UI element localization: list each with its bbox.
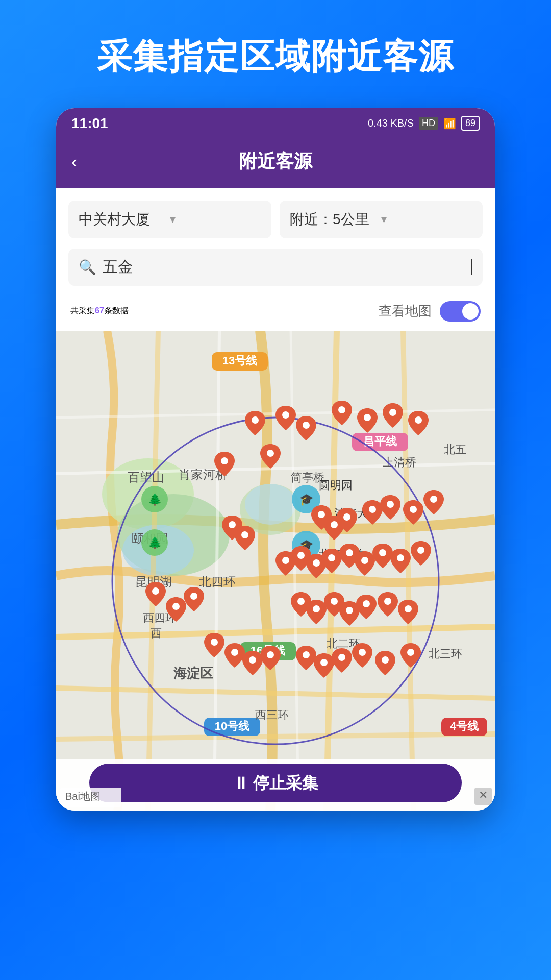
svg-point-147 bbox=[359, 649, 366, 656]
svg-point-61 bbox=[282, 411, 289, 419]
svg-point-99 bbox=[313, 559, 320, 567]
map-toggle-label: 查看地图 bbox=[379, 302, 432, 320]
svg-point-5 bbox=[245, 484, 296, 525]
svg-point-81 bbox=[318, 511, 325, 518]
stats-suffix: 条数据 bbox=[104, 306, 129, 315]
location-select[interactable]: 中关村大厦 ▾ bbox=[68, 201, 271, 238]
svg-point-143 bbox=[320, 659, 328, 666]
svg-text:北三环: 北三环 bbox=[429, 647, 462, 660]
svg-point-129 bbox=[384, 598, 391, 605]
svg-point-149 bbox=[382, 656, 389, 664]
svg-point-79 bbox=[241, 531, 248, 538]
filter-row: 中关村大厦 ▾ 附近：5公里 ▾ bbox=[68, 201, 483, 238]
svg-text:海淀区: 海淀区 bbox=[173, 666, 213, 681]
status-bar: 11:01 0.43 KB/S HD 📶 89 bbox=[56, 108, 495, 139]
text-cursor bbox=[471, 259, 472, 275]
svg-text:圆明园: 圆明园 bbox=[319, 479, 353, 492]
chevron-down-icon-2: ▾ bbox=[381, 213, 472, 226]
svg-point-117 bbox=[190, 593, 197, 600]
battery-indicator: 89 bbox=[461, 116, 480, 131]
svg-point-109 bbox=[397, 554, 404, 561]
svg-text:Bai地图: Bai地图 bbox=[65, 791, 101, 802]
toggle-knob bbox=[462, 303, 479, 320]
status-icons: 0.43 KB/S HD 📶 89 bbox=[368, 116, 480, 131]
network-icon: 📶 bbox=[443, 117, 456, 130]
chevron-down-icon: ▾ bbox=[170, 213, 261, 226]
search-icon: 🔍 bbox=[79, 259, 96, 276]
svg-point-91 bbox=[410, 506, 417, 513]
svg-text:北四环: 北四环 bbox=[199, 575, 236, 589]
svg-point-103 bbox=[346, 549, 353, 556]
svg-text:西: 西 bbox=[151, 627, 162, 640]
distance-value: 附近：5公里 bbox=[290, 210, 381, 229]
svg-point-77 bbox=[229, 521, 236, 528]
search-bar[interactable]: 🔍 五金 bbox=[68, 249, 483, 286]
svg-point-71 bbox=[415, 416, 422, 424]
stats-count: 67 bbox=[95, 306, 104, 315]
stats-row: 共采集67条数据 查看地图 bbox=[68, 296, 483, 331]
stats-text: 共采集67条数据 bbox=[70, 306, 129, 316]
svg-point-93 bbox=[430, 496, 437, 503]
svg-point-131 bbox=[405, 605, 412, 612]
page-title: 附近客源 bbox=[239, 149, 312, 174]
speed-indicator: 0.43 KB/S bbox=[368, 117, 414, 129]
svg-point-145 bbox=[338, 654, 345, 661]
svg-point-101 bbox=[328, 554, 335, 561]
svg-text:🎓: 🎓 bbox=[299, 493, 314, 506]
svg-point-65 bbox=[338, 406, 345, 413]
svg-point-125 bbox=[346, 607, 353, 614]
location-value: 中关村大厦 bbox=[79, 210, 170, 229]
svg-point-123 bbox=[331, 598, 338, 605]
svg-point-85 bbox=[343, 513, 350, 521]
svg-point-63 bbox=[303, 422, 310, 429]
svg-text:北五: 北五 bbox=[444, 443, 466, 456]
svg-point-83 bbox=[331, 521, 338, 528]
map-wrapper: 13号线 昌平线 10号线 2号线 2号线 4号线 16号线 bbox=[56, 331, 495, 811]
svg-text:✕: ✕ bbox=[479, 789, 488, 801]
svg-point-139 bbox=[267, 651, 274, 658]
back-button[interactable]: ‹ bbox=[71, 152, 77, 172]
svg-point-113 bbox=[152, 587, 159, 595]
svg-point-115 bbox=[172, 603, 180, 610]
svg-point-59 bbox=[252, 416, 259, 424]
map-view-toggle[interactable] bbox=[440, 301, 481, 322]
svg-text:13号线: 13号线 bbox=[222, 354, 258, 367]
svg-point-107 bbox=[379, 549, 386, 556]
svg-point-127 bbox=[363, 600, 370, 607]
svg-text:西三环: 西三环 bbox=[255, 708, 289, 721]
svg-text:10号线: 10号线 bbox=[215, 720, 250, 732]
svg-point-73 bbox=[221, 457, 228, 464]
hero-title: 采集指定区域附近客源 bbox=[66, 0, 485, 108]
svg-point-95 bbox=[282, 557, 289, 564]
search-input[interactable]: 五金 bbox=[103, 257, 470, 278]
svg-point-119 bbox=[297, 598, 305, 605]
svg-text:🌲: 🌲 bbox=[148, 493, 162, 506]
map-container[interactable]: 13号线 昌平线 10号线 2号线 2号线 4号线 16号线 bbox=[56, 331, 495, 811]
svg-point-133 bbox=[211, 639, 218, 646]
svg-point-89 bbox=[387, 501, 394, 508]
svg-point-69 bbox=[389, 409, 396, 416]
svg-point-151 bbox=[407, 649, 414, 656]
svg-point-141 bbox=[303, 651, 310, 658]
hd-badge: HD bbox=[419, 117, 438, 130]
stats-prefix: 共采集 bbox=[70, 306, 95, 315]
svg-point-97 bbox=[297, 552, 305, 559]
svg-point-67 bbox=[364, 414, 371, 421]
svg-point-135 bbox=[231, 649, 238, 656]
svg-text:🌲: 🌲 bbox=[148, 536, 162, 550]
phone-frame: 11:01 0.43 KB/S HD 📶 89 ‹ 附近客源 中关村大厦 ▾ 附… bbox=[56, 108, 495, 811]
svg-point-121 bbox=[313, 605, 320, 612]
map-svg: 13号线 昌平线 10号线 2号线 2号线 4号线 16号线 bbox=[56, 331, 495, 811]
distance-select[interactable]: 附近：5公里 ▾ bbox=[280, 201, 483, 238]
svg-point-87 bbox=[369, 506, 376, 513]
svg-point-105 bbox=[361, 557, 368, 564]
svg-point-111 bbox=[417, 547, 424, 554]
controls-area: 中关村大厦 ▾ 附近：5公里 ▾ 🔍 五金 共采集67条数据 查看地图 bbox=[56, 188, 495, 331]
svg-text:4号线: 4号线 bbox=[450, 720, 479, 732]
map-toggle-area: 查看地图 bbox=[379, 301, 481, 322]
svg-point-137 bbox=[249, 656, 256, 664]
svg-point-75 bbox=[267, 450, 274, 457]
svg-text:⏸ 停止采集: ⏸ 停止采集 bbox=[233, 774, 319, 792]
app-header: ‹ 附近客源 bbox=[56, 139, 495, 188]
status-time: 11:01 bbox=[71, 115, 108, 132]
